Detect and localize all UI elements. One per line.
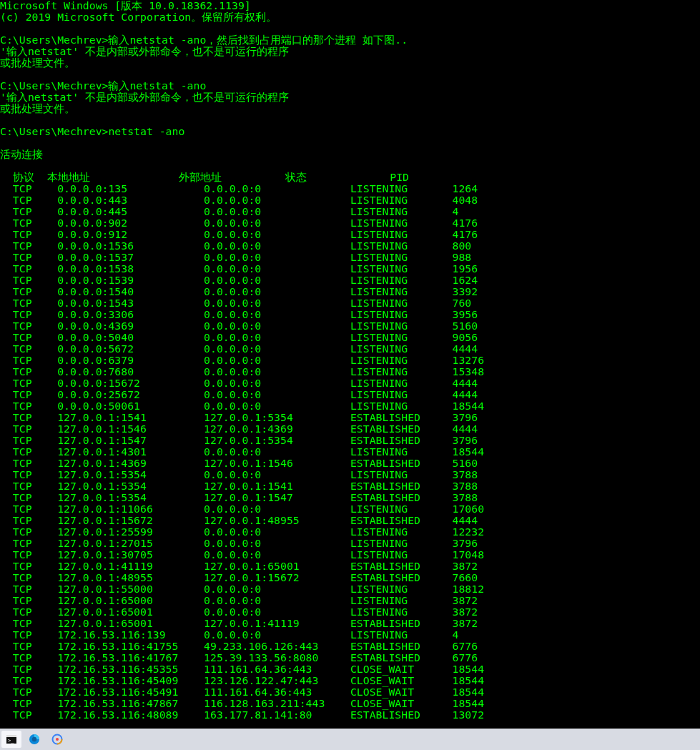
- svg-point-7: [56, 738, 59, 741]
- taskbar-cmd-icon[interactable]: >_: [1, 731, 21, 748]
- taskbar-edge-icon[interactable]: [24, 731, 44, 748]
- svg-text:>_: >_: [8, 738, 14, 744]
- svg-point-4: [32, 737, 36, 741]
- taskbar: >_: [0, 729, 700, 750]
- svg-rect-1: [6, 735, 16, 737]
- taskbar-browser-icon[interactable]: [47, 731, 67, 748]
- terminal-window[interactable]: Microsoft Windows [版本 10.0.18362.1139] (…: [0, 0, 700, 729]
- terminal-output: Microsoft Windows [版本 10.0.18362.1139] (…: [0, 0, 700, 721]
